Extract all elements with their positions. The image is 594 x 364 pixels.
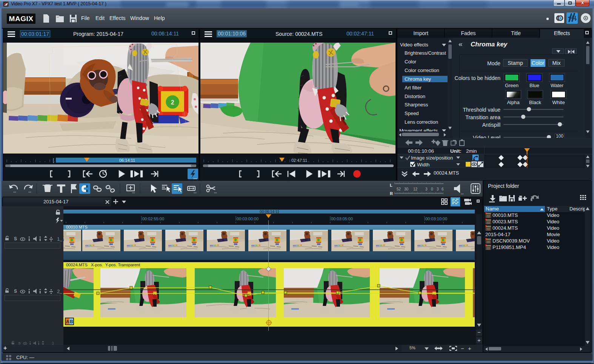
svg-text:0: 0 — [431, 187, 433, 191]
svg-text:...: ... — [28, 189, 31, 193]
svg-text:00:03:00:00: 00:03:00:00 — [237, 217, 259, 221]
svg-text:...: ... — [132, 190, 135, 194]
svg-text:2: 2 — [171, 99, 174, 106]
svg-text:00:03:10:00: 00:03:10:00 — [425, 217, 447, 221]
svg-text:L: L — [390, 183, 392, 187]
svg-text:52: 52 — [397, 187, 401, 191]
svg-text:...: ... — [60, 290, 62, 294]
svg-text:...: ... — [194, 190, 197, 194]
svg-text:S: S — [14, 236, 17, 241]
svg-text:6: 6 — [442, 187, 444, 191]
svg-text:...: ... — [13, 189, 16, 193]
svg-text:30: 30 — [404, 187, 409, 191]
svg-text:3: 3 — [437, 187, 439, 191]
svg-text:00:02:55:00: 00:02:55:00 — [142, 217, 164, 221]
svg-text:3: 3 — [425, 187, 428, 191]
svg-text:00:03:05:00: 00:03:05:00 — [331, 217, 353, 221]
svg-text:...: ... — [461, 191, 464, 195]
svg-text:R: R — [390, 191, 393, 196]
svg-text:...: ... — [214, 190, 217, 194]
svg-text:...: ... — [60, 238, 62, 242]
svg-text:S: S — [14, 289, 17, 294]
svg-text:12: 12 — [413, 187, 418, 191]
